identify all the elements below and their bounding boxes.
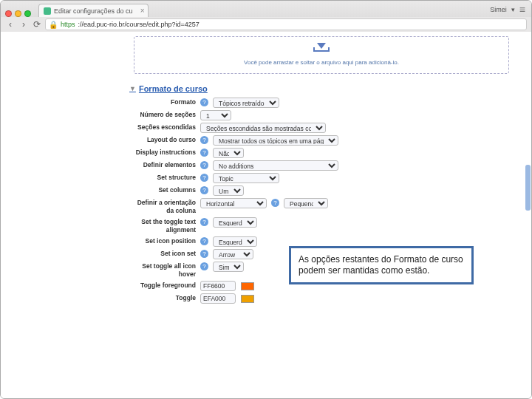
label-display-instructions: Display instructions: [134, 148, 196, 157]
zoom-window-icon[interactable]: [24, 10, 31, 17]
help-icon[interactable]: ?: [200, 149, 208, 157]
browser-tab[interactable]: Editar configurações do cu ×: [38, 4, 149, 17]
help-icon[interactable]: ?: [271, 199, 279, 207]
label-toggle-foreground: Toggle foreground: [134, 281, 196, 290]
annotation-text: As opções restantes do Formato de curso …: [299, 254, 463, 276]
profile-label: Simei: [490, 6, 507, 13]
row-definir-elementos: Definir elementos ? No additions: [134, 160, 509, 171]
label-set-structure: Set structure: [134, 173, 196, 182]
help-icon[interactable]: ?: [200, 186, 208, 194]
label-icon-position: Set icon position: [134, 236, 196, 245]
row-set-columns: Set columns ? Um: [134, 185, 509, 196]
address-bar[interactable]: 🔒 https ://ead.puc-rio.br/course/edit.ph…: [45, 18, 527, 30]
label-toggle-background: Toggle: [134, 293, 196, 302]
lock-icon: 🔒: [49, 21, 58, 29]
back-button[interactable]: ‹: [5, 19, 16, 30]
reload-button[interactable]: ⟳: [32, 19, 42, 30]
url-scheme: https: [61, 21, 75, 28]
help-icon[interactable]: ?: [200, 136, 208, 144]
select-display-instructions[interactable]: Não: [213, 148, 244, 158]
annotation-callout: As opções restantes do Formato de curso …: [289, 246, 474, 284]
row-toggle-alignment: Set the toggle text alignment ? Esquerda: [134, 217, 509, 234]
window-controls: [5, 10, 31, 17]
label-icon-set: Set icon set: [134, 249, 196, 258]
row-layout-curso: Layout do curso ? Mostrar todos os tópic…: [134, 135, 509, 146]
help-icon[interactable]: ?: [200, 237, 208, 245]
label-toggle-all-hover: Set toggle all icon hover: [134, 262, 196, 279]
select-definir-orientacao[interactable]: Horizontal: [200, 198, 267, 208]
row-definir-orientacao: Definir a orientação da coluna Horizonta…: [134, 198, 509, 215]
help-icon[interactable]: ?: [200, 174, 208, 182]
select-icon-set[interactable]: Arrow: [213, 249, 253, 259]
help-icon[interactable]: ?: [200, 161, 208, 169]
help-icon[interactable]: ?: [200, 218, 208, 226]
select-formato[interactable]: Tópicos retraídos: [213, 98, 279, 108]
select-numero-secoes[interactable]: 1: [200, 110, 231, 120]
select-set-columns[interactable]: Um: [213, 185, 244, 196]
close-window-icon[interactable]: [5, 10, 12, 17]
select-toggle-all-hover[interactable]: Sim: [213, 262, 244, 272]
row-formato: Formato ? Tópicos retraídos: [134, 98, 509, 108]
toolbar: ‹ › ⟳ 🔒 https ://ead.puc-rio.br/course/e…: [1, 17, 531, 32]
row-icon-position: Set icon position ? Esquerda: [134, 236, 509, 247]
row-secoes-escondidas: Seções escondidas Seções escondidas são …: [134, 123, 509, 133]
input-toggle-background[interactable]: [200, 293, 236, 304]
select-aux1[interactable]: Pequeno: [284, 198, 328, 208]
chevron-down-icon[interactable]: ▾: [511, 6, 515, 13]
help-icon[interactable]: ?: [200, 98, 208, 106]
tab-close-icon[interactable]: ×: [140, 7, 145, 15]
scrollbar-thumb[interactable]: [525, 165, 531, 211]
select-secoes-escondidas[interactable]: Seções escondidas são mostradas contraíd…: [200, 123, 326, 133]
row-toggle-background: Toggle: [134, 293, 509, 304]
menu-icon[interactable]: ≡: [519, 4, 525, 16]
label-layout-curso: Layout do curso: [134, 135, 196, 144]
row-display-instructions: Display instructions ? Não: [134, 148, 509, 158]
url-text: ://ead.puc-rio.br/course/edit.php?id=425…: [78, 21, 200, 28]
label-secoes-escondidas: Seções escondidas: [134, 123, 196, 132]
swatch-toggle-background[interactable]: [241, 295, 254, 303]
file-dropzone[interactable]: Você pode arrastar e soltar o arquivo aq…: [134, 36, 509, 74]
viewport: Você pode arrastar e soltar o arquivo aq…: [1, 32, 531, 399]
tab-title: Editar configurações do cu: [54, 7, 133, 15]
tab-bar: Editar configurações do cu × Simei ▾ ≡: [1, 1, 531, 17]
label-toggle-alignment: Set the toggle text alignment: [134, 217, 196, 234]
label-definir-elementos: Definir elementos: [134, 160, 196, 169]
minimize-window-icon[interactable]: [15, 10, 21, 17]
favicon-icon: [44, 7, 51, 15]
dropzone-text: Você pode arrastar e soltar o arquivo aq…: [142, 59, 501, 66]
select-icon-position[interactable]: Esquerda: [213, 236, 257, 247]
select-definir-elementos[interactable]: No additions: [213, 160, 338, 171]
section-header-formato[interactable]: ▼ Formato de curso: [129, 84, 509, 93]
select-toggle-alignment[interactable]: Esquerda: [213, 217, 257, 228]
label-numero-secoes: Número de seções: [134, 110, 196, 119]
label-formato: Formato: [134, 98, 196, 106]
row-set-structure: Set structure ? Topic: [134, 173, 509, 183]
forward-button[interactable]: ›: [18, 19, 29, 30]
help-icon[interactable]: ?: [200, 262, 208, 270]
select-layout-curso[interactable]: Mostrar todos os tópicos em uma página: [213, 135, 338, 146]
swatch-toggle-foreground[interactable]: [241, 282, 254, 290]
section-title-text: Formato de curso: [139, 84, 208, 93]
download-arrow-icon: [313, 43, 330, 56]
browser-chrome: Editar configurações do cu × Simei ▾ ≡ ‹…: [1, 1, 531, 32]
help-icon[interactable]: ?: [200, 250, 208, 258]
select-set-structure[interactable]: Topic: [213, 173, 279, 183]
label-definir-orientacao: Definir a orientação da coluna: [134, 198, 196, 215]
label-set-columns: Set columns: [134, 185, 196, 194]
chrome-right: Simei ▾ ≡: [490, 4, 525, 16]
input-toggle-foreground[interactable]: [200, 281, 236, 291]
row-numero-secoes: Número de seções 1: [134, 110, 509, 120]
caret-down-icon: ▼: [129, 85, 136, 92]
